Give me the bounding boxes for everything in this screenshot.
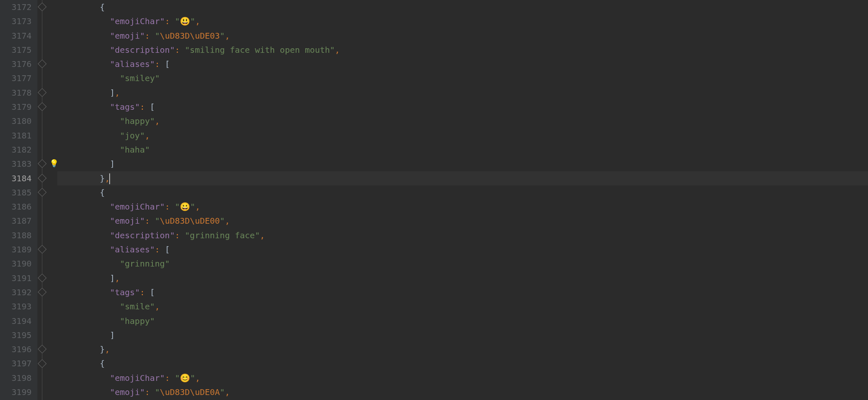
code-line[interactable]: { xyxy=(57,356,868,370)
token-comma: , xyxy=(225,387,230,397)
token-comma: , xyxy=(225,31,230,41)
token-comma: , xyxy=(155,116,160,126)
code-line[interactable]: "happy" xyxy=(57,314,868,328)
code-line[interactable]: "grinning" xyxy=(57,257,868,271)
code-line[interactable]: }, xyxy=(57,171,868,185)
token-brace: } xyxy=(100,344,105,354)
line-number: 3178 xyxy=(0,86,32,100)
fold-toggle-icon[interactable] xyxy=(38,288,47,296)
fold-toggle-icon[interactable] xyxy=(38,245,47,254)
code-line[interactable]: ] xyxy=(57,157,868,171)
code-line[interactable]: { xyxy=(57,185,868,200)
token-brace: [ xyxy=(165,59,170,69)
token-colon: : xyxy=(140,102,150,112)
line-number: 3176 xyxy=(0,57,32,71)
line-number: 3193 xyxy=(0,299,32,314)
fold-toggle-icon[interactable] xyxy=(38,274,47,282)
line-number: 3177 xyxy=(0,71,32,85)
line-number: 3192 xyxy=(0,285,32,299)
token-colon: : xyxy=(145,387,155,397)
token-comma: , xyxy=(195,373,200,383)
code-line[interactable]: "happy", xyxy=(57,114,868,128)
line-number: 3194 xyxy=(0,314,32,328)
fold-toggle-icon[interactable] xyxy=(38,2,47,11)
token-esc: \uD83D\uDE03 xyxy=(160,31,220,41)
token-str: " xyxy=(155,387,160,397)
code-line[interactable]: "emojiChar": "😃", xyxy=(57,14,868,28)
line-number: 3195 xyxy=(0,328,32,342)
code-line[interactable]: "description": "grinning face", xyxy=(57,228,868,242)
token-key: "emoji" xyxy=(110,31,145,41)
code-line[interactable]: "smiley" xyxy=(57,71,868,85)
fold-toggle-icon[interactable] xyxy=(38,159,47,168)
line-number: 3181 xyxy=(0,128,32,143)
line-number: 3184 xyxy=(0,171,32,185)
code-line[interactable]: "aliases": [ xyxy=(57,57,868,71)
fold-toggle-icon[interactable] xyxy=(38,102,47,111)
line-number: 3180 xyxy=(0,114,32,128)
line-number-gutter: 3172317331743175317631773178317931803181… xyxy=(0,0,37,400)
line-number: 3191 xyxy=(0,271,32,285)
code-line[interactable]: { xyxy=(57,0,868,14)
line-number: 3190 xyxy=(0,257,32,271)
token-brace: } xyxy=(100,173,105,183)
code-line[interactable]: "emojiChar": "😀", xyxy=(57,200,868,214)
token-comma: , xyxy=(105,344,110,354)
line-number: 3182 xyxy=(0,143,32,157)
token-colon: : xyxy=(165,16,175,26)
fold-toggle-icon[interactable] xyxy=(38,59,47,68)
fold-toggle-icon[interactable] xyxy=(38,345,47,353)
token-key: "tags" xyxy=(110,102,140,112)
token-colon: : xyxy=(140,287,150,297)
code-area[interactable]: { "emojiChar": "😃", "emoji": "\uD83D\uDE… xyxy=(57,0,868,400)
code-line[interactable]: "tags": [ xyxy=(57,285,868,299)
code-line[interactable]: "aliases": [ xyxy=(57,242,868,257)
code-line[interactable]: "haha" xyxy=(57,143,868,157)
token-key: "aliases" xyxy=(110,244,154,254)
code-line[interactable]: ], xyxy=(57,86,868,100)
line-number: 3188 xyxy=(0,228,32,242)
token-brace: { xyxy=(100,2,105,12)
token-brace: ] xyxy=(110,330,115,340)
token-colon: : xyxy=(145,31,155,41)
token-key: "tags" xyxy=(110,287,140,297)
token-str: "grinning" xyxy=(120,259,170,269)
token-key: "aliases" xyxy=(110,59,154,69)
code-line[interactable]: ], xyxy=(57,271,868,285)
token-comma: , xyxy=(115,273,120,283)
token-str: " xyxy=(190,373,195,383)
token-key: "description" xyxy=(110,230,175,240)
fold-gutter[interactable]: 💡 xyxy=(37,0,57,400)
token-key: "emojiChar" xyxy=(110,373,164,383)
code-line[interactable]: "emoji": "\uD83D\uDE00", xyxy=(57,214,868,228)
fold-toggle-icon[interactable] xyxy=(38,188,47,197)
code-line[interactable]: "tags": [ xyxy=(57,100,868,114)
line-number: 3199 xyxy=(0,385,32,399)
token-comma: , xyxy=(115,88,120,98)
intention-bulb-icon[interactable]: 💡 xyxy=(49,159,58,168)
code-editor[interactable]: 3172317331743175317631773178317931803181… xyxy=(0,0,868,400)
token-str: "happy" xyxy=(120,116,155,126)
code-line[interactable]: "smile", xyxy=(57,299,868,314)
fold-toggle-icon[interactable] xyxy=(38,173,47,182)
token-esc: \uD83D\uDE0A xyxy=(160,387,220,397)
code-line[interactable]: }, xyxy=(57,342,868,356)
token-brace: [ xyxy=(150,287,155,297)
code-line[interactable]: "description": "smiling face with open m… xyxy=(57,43,868,57)
line-number: 3197 xyxy=(0,356,32,370)
code-line[interactable]: "emoji": "\uD83D\uDE0A", xyxy=(57,385,868,399)
code-line[interactable]: "emojiChar": "😊", xyxy=(57,371,868,385)
fold-toggle-icon[interactable] xyxy=(38,359,47,368)
fold-toggle-icon[interactable] xyxy=(38,88,47,97)
token-str: " xyxy=(175,373,180,383)
token-str: "haha" xyxy=(120,145,150,155)
code-line[interactable]: ] xyxy=(57,328,868,342)
token-emoji: 😃 xyxy=(180,16,190,26)
code-line[interactable]: "emoji": "\uD83D\uDE03", xyxy=(57,29,868,43)
token-colon: : xyxy=(155,59,165,69)
line-number: 3175 xyxy=(0,43,32,57)
token-brace: [ xyxy=(150,102,155,112)
token-str: " xyxy=(220,216,225,226)
token-colon: : xyxy=(165,373,175,383)
code-line[interactable]: "joy", xyxy=(57,128,868,143)
